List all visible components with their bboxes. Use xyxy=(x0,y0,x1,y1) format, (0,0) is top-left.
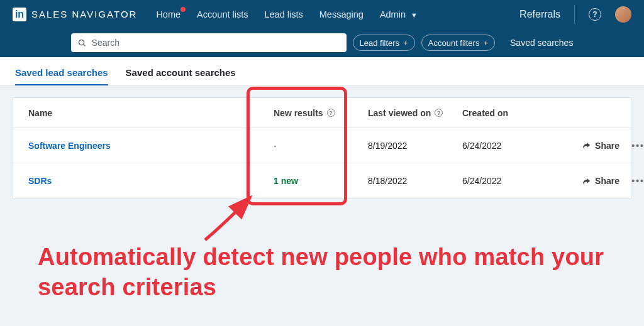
last-viewed-value: 8/19/2022 xyxy=(368,141,462,151)
avatar[interactable] xyxy=(615,6,631,23)
account-filters-label: Account filters xyxy=(428,38,480,48)
tab-saved-lead-searches[interactable]: Saved lead searches xyxy=(15,67,108,85)
help-icon[interactable]: ? xyxy=(589,8,601,21)
col-created: Created on xyxy=(462,108,563,118)
saved-searches-table: Name New results ? Last viewed on ? Crea… xyxy=(13,97,631,199)
lead-filters-label: Lead filters xyxy=(360,38,400,48)
annotation-caption: Automatically detect new people who matc… xyxy=(38,242,606,302)
svg-point-0 xyxy=(79,40,84,45)
more-actions-button[interactable]: ••• xyxy=(619,141,644,151)
more-actions-button[interactable]: ••• xyxy=(619,176,644,186)
last-viewed-value: 8/18/2022 xyxy=(368,176,462,186)
nav-right: Referrals ? xyxy=(519,5,631,24)
nav-admin-label: Admin xyxy=(380,9,406,19)
share-label: Share xyxy=(595,176,619,186)
nav-admin[interactable]: Admin ▼ xyxy=(380,9,418,19)
account-filters-button[interactable]: Account filters + xyxy=(421,35,495,51)
new-results-value: - xyxy=(274,141,368,151)
share-label: Share xyxy=(595,141,619,151)
top-nav: in SALES NAVIGATOR Home Account lists Le… xyxy=(0,0,644,28)
search-name-link[interactable]: Software Engineers xyxy=(28,141,274,151)
col-last-viewed: Last viewed on ? xyxy=(368,108,462,118)
table-row: Software Engineers - 8/19/2022 6/24/2022… xyxy=(13,128,631,163)
svg-line-1 xyxy=(83,44,85,46)
nav-referrals[interactable]: Referrals xyxy=(519,9,560,20)
nav-home-label: Home xyxy=(156,9,180,19)
col-last-viewed-label: Last viewed on xyxy=(368,108,431,118)
col-new-results: New results ? xyxy=(274,108,368,118)
share-button[interactable]: Share xyxy=(563,141,619,151)
share-arrow-icon xyxy=(582,177,591,186)
info-icon[interactable]: ? xyxy=(327,109,335,117)
col-name: Name xyxy=(28,108,274,118)
nav-messaging[interactable]: Messaging xyxy=(319,9,364,19)
tab-row: Saved lead searches Saved account search… xyxy=(0,57,644,86)
saved-searches-link[interactable]: Saved searches xyxy=(510,38,573,48)
col-created-label: Created on xyxy=(462,108,508,118)
created-value: 6/24/2022 xyxy=(462,141,563,151)
search-input[interactable]: Search xyxy=(71,33,347,52)
lead-filters-button[interactable]: Lead filters + xyxy=(353,35,415,51)
search-icon xyxy=(77,38,87,48)
brand: in SALES NAVIGATOR xyxy=(13,8,137,21)
col-name-label: Name xyxy=(28,108,52,118)
tab-saved-account-searches[interactable]: Saved account searches xyxy=(126,67,236,85)
share-button[interactable]: Share xyxy=(563,176,619,186)
search-name-link[interactable]: SDRs xyxy=(28,176,274,186)
plus-icon: + xyxy=(483,38,488,48)
table-row: SDRs 1 new 8/18/2022 6/24/2022 Share ••• xyxy=(13,163,631,198)
nav-links: Home Account lists Lead lists Messaging … xyxy=(156,9,418,19)
nav-lead-lists[interactable]: Lead lists xyxy=(264,9,303,19)
share-arrow-icon xyxy=(582,141,591,150)
search-row: Search Lead filters + Account filters + … xyxy=(0,28,644,57)
linkedin-logo-icon: in xyxy=(13,8,26,21)
col-new-results-label: New results xyxy=(274,108,323,118)
table-header: Name New results ? Last viewed on ? Crea… xyxy=(13,98,631,128)
info-icon[interactable]: ? xyxy=(435,109,443,117)
nav-account-lists[interactable]: Account lists xyxy=(197,9,248,19)
nav-home[interactable]: Home xyxy=(156,9,180,19)
vertical-divider xyxy=(574,5,575,24)
main-content: Name New results ? Last viewed on ? Crea… xyxy=(0,86,644,210)
notification-dot-icon xyxy=(180,7,186,12)
product-name: SALES NAVIGATOR xyxy=(31,9,137,19)
created-value: 6/24/2022 xyxy=(462,176,563,186)
chevron-down-icon: ▼ xyxy=(411,11,418,19)
plus-icon: + xyxy=(403,38,408,48)
new-results-value: 1 new xyxy=(274,176,368,186)
search-placeholder: Search xyxy=(92,38,119,48)
